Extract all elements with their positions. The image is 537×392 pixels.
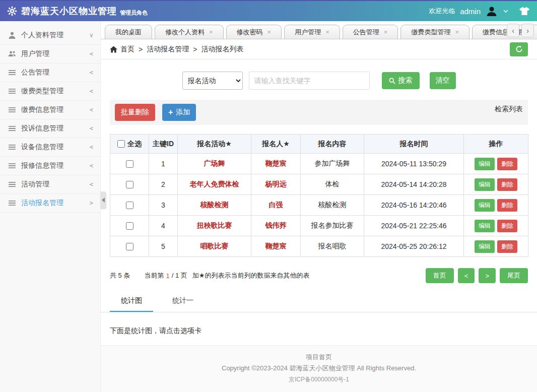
row-checkbox[interactable]: [126, 222, 133, 230]
tab-close-icon[interactable]: ×: [455, 29, 459, 35]
delete-button[interactable]: 删除: [497, 199, 517, 212]
add-button[interactable]: + 添加: [162, 104, 196, 121]
col-header-time: 报名时间: [364, 135, 464, 154]
delete-button[interactable]: 删除: [497, 240, 517, 253]
row-content: 核酸检测: [301, 195, 364, 216]
window-tab[interactable]: 修改个人资料 ×: [155, 25, 224, 39]
row-time: 2024-05-21 22:25:46: [364, 216, 464, 236]
user-avatar-icon[interactable]: [486, 5, 498, 17]
stats-tabbar: 统计图 统计一: [101, 291, 537, 312]
app-window: 碧海蓝天小区物业管理 管理员角色 欢迎光临 admin: [0, 0, 537, 392]
window-tab[interactable]: 用户管理 ×: [284, 25, 340, 39]
signup-table-wrap: 全选 主键ID 报名活动★ 报名人★ 报名内容 报名时间 操作: [110, 134, 528, 257]
prev-page-button[interactable]: <: [458, 268, 475, 283]
col-header-person: 报名人★: [251, 135, 301, 154]
next-page-button[interactable]: >: [479, 268, 496, 283]
edit-button[interactable]: 编辑: [475, 178, 495, 191]
stats-tab[interactable]: 统计图: [110, 291, 153, 312]
refresh-button[interactable]: [510, 42, 528, 56]
edit-button[interactable]: 编辑: [475, 199, 495, 212]
sidebar-item[interactable]: 投诉信息管理 <: [0, 119, 100, 138]
search-button[interactable]: 搜索: [382, 72, 420, 89]
sidebar-item[interactable]: 个人资料管理 ∨: [0, 26, 100, 45]
batch-delete-button[interactable]: 批量删除: [115, 104, 155, 121]
window-tab-label: 我的桌面: [115, 28, 142, 37]
search-field-select[interactable]: 报名活动: [182, 72, 243, 90]
window-tab-label: 用户管理: [295, 28, 321, 37]
tab-scroll-left-button[interactable]: ‹: [507, 24, 519, 37]
sidebar-item[interactable]: 报修信息管理 <: [0, 157, 100, 175]
tshirt-icon[interactable]: [519, 7, 530, 16]
row-checkbox[interactable]: [126, 243, 133, 250]
tab-close-icon[interactable]: ×: [209, 29, 213, 35]
breadcrumb-home[interactable]: 首页: [120, 45, 135, 54]
delete-button[interactable]: 删除: [497, 158, 517, 170]
breadcrumb: 首页 > 活动报名管理 > 活动报名列表: [101, 39, 537, 59]
signup-table: 全选 主键ID 报名活动★ 报名人★ 报名内容 报名时间 操作: [110, 134, 528, 257]
search-bar: 报名活动 搜索 清空: [101, 72, 537, 90]
sidebar-item-arrow: <: [90, 181, 93, 188]
row-checkbox[interactable]: [126, 181, 133, 188]
tab-scroll-right-button[interactable]: ›: [521, 24, 534, 37]
sidebar-item[interactable]: 缴费信息管理 <: [0, 101, 100, 119]
delete-button[interactable]: 删除: [497, 178, 517, 191]
row-checkbox[interactable]: [126, 202, 133, 209]
edit-button[interactable]: 编辑: [475, 240, 495, 253]
sidebar-collapse-handle[interactable]: [100, 191, 106, 209]
sidebar-item[interactable]: 缴费类型管理 <: [0, 82, 100, 101]
footer-project-link[interactable]: 项目首页: [101, 352, 537, 363]
footer-copyright: Copyright ©2023-2024 碧海蓝天小区物业管理 All Righ…: [101, 363, 537, 374]
refresh-icon: [515, 45, 523, 53]
window-tab[interactable]: 我的桌面: [105, 25, 152, 39]
sidebar-item[interactable]: 公告管理 <: [0, 63, 100, 82]
current-page-number: 1: [166, 272, 169, 280]
tab-close-icon[interactable]: ×: [384, 29, 388, 35]
app-title: 碧海蓝天小区物业管理: [21, 5, 117, 17]
footer-icp: 京ICP备00000000号-1: [101, 374, 537, 385]
row-activity: 核酸检测: [178, 195, 251, 216]
row-person: 白强: [251, 195, 301, 216]
tab-close-icon[interactable]: ×: [325, 29, 329, 35]
list-icon: [8, 124, 16, 133]
window-tab-label: 修改个人资料: [165, 28, 205, 37]
row-select-cell: [110, 216, 149, 236]
sidebar-item-label: 报修信息管理: [21, 161, 90, 170]
window-tab-label: 缴费类型管理: [411, 28, 450, 37]
sidebar-item[interactable]: 用户管理 <: [0, 45, 100, 63]
search-input[interactable]: [249, 72, 370, 90]
first-page-button[interactable]: 首页: [426, 268, 454, 283]
window-tab[interactable]: 缴费类型管理 ×: [400, 25, 469, 39]
tab-close-icon[interactable]: ×: [267, 29, 272, 35]
window-tab[interactable]: 修改密码 ×: [226, 25, 282, 39]
stats-tab[interactable]: 统计一: [161, 291, 205, 312]
users-icon: [8, 50, 16, 58]
last-page-button[interactable]: 尾页: [500, 268, 528, 283]
row-actions: 编辑删除: [464, 154, 528, 174]
row-id: 3: [149, 195, 178, 216]
delete-button[interactable]: 删除: [497, 220, 517, 232]
list-icon: [8, 143, 16, 151]
sidebar-item[interactable]: 设备信息管理 <: [0, 138, 100, 157]
window-tab[interactable]: 公告管理 ×: [343, 25, 398, 39]
row-person: 钱伟荞: [251, 216, 301, 236]
sidebar-item-label: 用户管理: [21, 49, 90, 58]
row-activity: 广场舞: [178, 154, 251, 174]
table-row: 2 老年人免费体检 杨明远 体检 2024-05-14 14:20:28 编辑删…: [110, 174, 528, 195]
sidebar-item[interactable]: 活动管理 <: [0, 175, 100, 194]
clear-button[interactable]: 清空: [430, 72, 456, 89]
sidebar-item-label: 活动报名管理: [21, 199, 90, 208]
select-all-header: 全选: [110, 135, 149, 154]
row-id: 2: [149, 174, 178, 195]
table-row: 3 核酸检测 白强 核酸检测 2024-05-16 14:20:46 编辑删除: [110, 195, 528, 216]
sidebar-item-label: 投诉信息管理: [21, 124, 90, 133]
chevron-down-icon[interactable]: [503, 8, 509, 14]
breadcrumb-module[interactable]: 活动报名管理: [147, 45, 189, 54]
panel-title: 检索列表: [495, 104, 523, 114]
edit-button[interactable]: 编辑: [475, 158, 495, 170]
edit-button[interactable]: 编辑: [475, 220, 495, 232]
sidebar-item-label: 缴费信息管理: [21, 105, 90, 114]
select-all-checkbox[interactable]: [117, 140, 125, 148]
plus-icon: +: [168, 108, 173, 116]
sidebar-item[interactable]: 活动报名管理 >: [0, 194, 100, 213]
row-checkbox[interactable]: [126, 160, 133, 168]
